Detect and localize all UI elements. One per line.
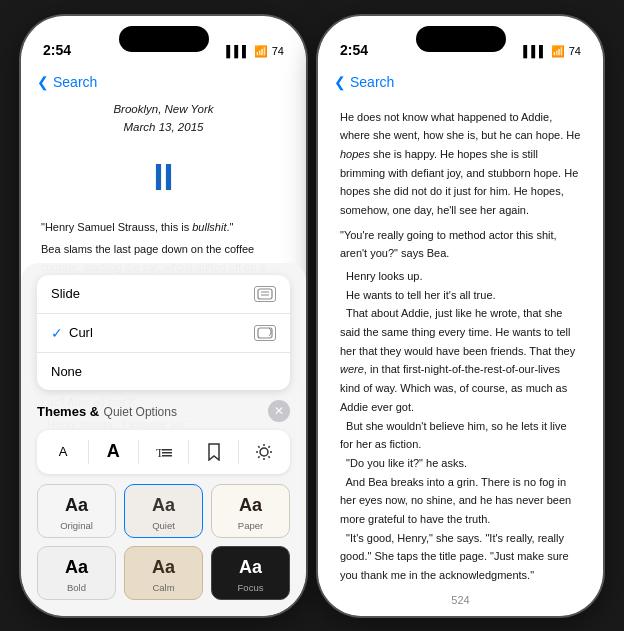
signal-icon-left: ▌▌▌	[226, 45, 249, 57]
left-phone: 2:54 ▌▌▌ 📶 74 ❮ Search Bro	[21, 16, 306, 616]
svg-rect-6	[162, 452, 172, 454]
divider-4	[238, 440, 239, 464]
theme-aa-quiet: Aa	[152, 495, 175, 516]
svg-line-13	[258, 446, 259, 447]
para-1: "Henry Samuel Strauss, this is bullshit.…	[41, 218, 286, 236]
svg-point-8	[260, 448, 268, 456]
theme-label-focus: Focus	[238, 582, 264, 593]
menu-item-curl[interactable]: ✓ Curl	[37, 314, 290, 353]
overlay-panel: Slide ✓ Curl	[21, 263, 306, 616]
right-para-9: "It's good, Henry," she says. "It's real…	[340, 529, 581, 585]
status-icons-right: ▌▌▌ 📶 74	[523, 45, 581, 58]
themes-title-area: Themes & Quiet Options	[37, 402, 177, 420]
right-para-10: "What?"	[340, 585, 581, 586]
theme-aa-calm: Aa	[152, 557, 175, 578]
right-para-1: He does not know what happened to Addie,…	[340, 108, 581, 220]
right-para-8: And Bea breaks into a grin. There is no …	[340, 473, 581, 529]
back-label-right: Search	[350, 74, 394, 90]
small-a-button[interactable]: A	[49, 438, 77, 466]
theme-paper[interactable]: Aa Paper	[211, 484, 290, 538]
slide-icon	[254, 286, 276, 302]
slide-menu: Slide ✓ Curl	[37, 275, 290, 390]
right-para-4: He wants to tell her it's all true.	[340, 286, 581, 305]
theme-original[interactable]: Aa Original	[37, 484, 116, 538]
themes-title: Themes &	[37, 404, 99, 419]
battery-left: 74	[272, 45, 284, 57]
time-right: 2:54	[340, 42, 368, 58]
page-number: 524	[451, 594, 469, 606]
book-date: March 13, 2015	[41, 118, 286, 136]
divider-3	[188, 440, 189, 464]
menu-item-slide[interactable]: Slide	[37, 275, 290, 314]
right-para-2: "You're really going to method actor thi…	[340, 226, 581, 263]
right-para-5: That about Addie, just like he wrote, th…	[340, 304, 581, 416]
menu-label-none: None	[51, 364, 82, 379]
chapter-number: II	[41, 148, 286, 207]
theme-label-original: Original	[60, 520, 93, 531]
font-selector-button[interactable]: T	[150, 438, 178, 466]
bookmark-button[interactable]	[200, 438, 228, 466]
themes-header: Themes & Quiet Options ✕	[37, 400, 290, 422]
dynamic-island-left	[119, 26, 209, 52]
theme-label-quiet: Quiet	[152, 520, 175, 531]
wifi-icon-left: 📶	[254, 45, 268, 58]
theme-aa-original: Aa	[65, 495, 88, 516]
svg-rect-0	[258, 289, 272, 299]
theme-label-bold: Bold	[67, 582, 86, 593]
check-icon: ✓	[51, 325, 63, 341]
divider-2	[138, 440, 139, 464]
right-phone-inner: 2:54 ▌▌▌ 📶 74 ❮ Search He does not kn	[318, 16, 603, 616]
signal-icon-right: ▌▌▌	[523, 45, 546, 57]
nav-bar-left: ❮ Search	[21, 64, 306, 100]
right-para-6: But she wouldn't believe him, so he lets…	[340, 417, 581, 454]
right-para-3: Henry looks up.	[340, 267, 581, 286]
back-chevron-right: ❮	[334, 74, 346, 90]
svg-rect-5	[162, 449, 172, 451]
theme-focus[interactable]: Aa Focus	[211, 546, 290, 600]
curl-icon	[254, 325, 276, 341]
book-content-right: He does not know what happened to Addie,…	[318, 100, 603, 586]
right-para-7: "Do you like it?" he asks.	[340, 454, 581, 473]
theme-calm[interactable]: Aa Calm	[124, 546, 203, 600]
menu-label-slide: Slide	[51, 286, 80, 301]
font-controls: A A T	[37, 430, 290, 474]
back-button-left[interactable]: ❮ Search	[37, 74, 97, 90]
time-left: 2:54	[43, 42, 71, 58]
status-icons-left: ▌▌▌ 📶 74	[226, 45, 284, 58]
nav-bar-right: ❮ Search	[318, 64, 603, 100]
svg-line-16	[258, 456, 259, 457]
menu-item-none[interactable]: None	[37, 353, 290, 390]
theme-bold[interactable]: Aa Bold	[37, 546, 116, 600]
theme-label-calm: Calm	[152, 582, 174, 593]
right-phone: 2:54 ▌▌▌ 📶 74 ❮ Search He does not kn	[318, 16, 603, 616]
theme-label-paper: Paper	[238, 520, 263, 531]
menu-label-curl: Curl	[69, 325, 93, 340]
back-label-left: Search	[53, 74, 97, 90]
battery-right: 74	[569, 45, 581, 57]
theme-aa-bold: Aa	[65, 557, 88, 578]
wifi-icon-right: 📶	[551, 45, 565, 58]
themes-grid: Aa Original Aa Quiet Aa Paper Aa Bold	[37, 484, 290, 600]
book-header: Brooklyn, New York March 13, 2015	[41, 100, 286, 137]
dynamic-island-right	[416, 26, 506, 52]
svg-line-15	[268, 446, 269, 447]
theme-aa-paper: Aa	[239, 495, 262, 516]
themes-subtitle: Quiet Options	[104, 405, 177, 419]
close-button[interactable]: ✕	[268, 400, 290, 422]
back-chevron-left: ❮	[37, 74, 49, 90]
left-phone-inner: 2:54 ▌▌▌ 📶 74 ❮ Search Bro	[21, 16, 306, 616]
large-a-button[interactable]: A	[99, 438, 127, 466]
back-button-right[interactable]: ❮ Search	[334, 74, 394, 90]
phones-container: 2:54 ▌▌▌ 📶 74 ❮ Search Bro	[21, 16, 603, 616]
brightness-button[interactable]	[250, 438, 278, 466]
book-location: Brooklyn, New York	[41, 100, 286, 118]
theme-quiet[interactable]: Aa Quiet	[124, 484, 203, 538]
divider-1	[88, 440, 89, 464]
svg-line-14	[268, 456, 269, 457]
theme-aa-focus: Aa	[239, 557, 262, 578]
svg-rect-7	[162, 455, 172, 457]
